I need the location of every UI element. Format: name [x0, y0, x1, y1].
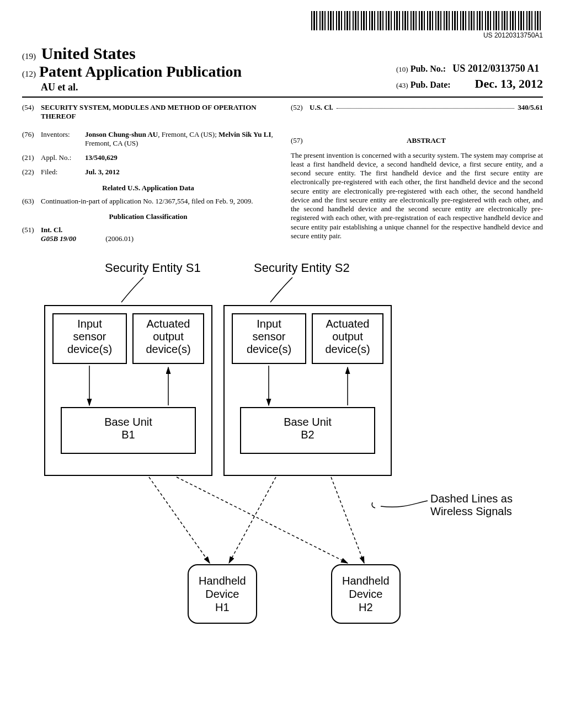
author-line: AU et al. [41, 82, 242, 93]
bib-right-column: (52) U.S. Cl. 340/5.61 (57) ABSTRACT The… [291, 103, 543, 244]
field-63: (63) Continuation-in-part of application… [22, 197, 274, 206]
svg-line-4 [149, 477, 210, 563]
handheld-h2-box: Handheld Device H2 [331, 564, 401, 624]
intcl-code: G05B 19/00 [41, 234, 76, 243]
filed-value: Jul. 3, 2012 [85, 168, 274, 176]
wireless-signals-label: Dashed Lines as Wireless Signals [430, 493, 513, 518]
svg-line-6 [177, 477, 348, 563]
handheld-h1-box: Handheld Device H1 [188, 564, 257, 624]
pub-classification-heading: Publication Classification [22, 212, 274, 221]
document-header: (19) United States (12)Patent Applicatio… [22, 44, 543, 93]
continuation-text: Continuation-in-part of application No. … [41, 197, 274, 206]
s2-base-unit-box: Base Unit B2 [240, 407, 375, 454]
publication-type: Patent Application Publication [39, 63, 242, 80]
field-10-num: (10) [396, 65, 408, 73]
header-divider [22, 97, 543, 98]
abstract-text: The present invention is concerned with … [291, 151, 543, 241]
s1-actuated-output-box: Actuated output device(s) [132, 313, 204, 364]
related-app-heading: Related U.S. Application Data [22, 184, 274, 192]
field-43-num: (43) [396, 81, 408, 89]
bib-left-column: (54) SECURITY SYSTEM, MODULES AND METHOD… [22, 103, 274, 244]
uscl-label: U.S. Cl. [310, 103, 333, 112]
intcl-label: Int. Cl. [41, 226, 274, 234]
pubdate-value: Dec. 13, 2012 [475, 77, 543, 90]
field-54: (54) SECURITY SYSTEM, MODULES AND METHOD… [22, 103, 274, 121]
field-22: (22) Filed: Jul. 3, 2012 [22, 168, 274, 176]
field-12-num: (12) [22, 69, 36, 78]
patent-figure: Security Entity S1 Security Entity S2 In… [22, 261, 543, 647]
entity-s1-label: Security Entity S1 [105, 261, 201, 275]
dotted-leader [337, 103, 515, 109]
country-name: United States [41, 44, 136, 62]
svg-line-8 [247, 479, 270, 515]
barcode-graphic [311, 11, 543, 30]
entity-s2-label: Security Entity S2 [254, 261, 350, 275]
s1-base-unit-box: Base Unit B1 [61, 407, 196, 454]
abstract-heading: ABSTRACT [310, 136, 543, 145]
s2-actuated-output-box: Actuated output device(s) [312, 313, 383, 364]
svg-line-7 [331, 477, 364, 563]
bibliographic-section: (54) SECURITY SYSTEM, MODULES AND METHOD… [22, 103, 543, 244]
field-51: (51) Int. Cl. G05B 19/00 (2006.01) [22, 226, 274, 244]
field-19-num: (19) [22, 52, 36, 61]
pubdate-label: Pub. Date: [411, 80, 451, 89]
field-21: (21) Appl. No.: 13/540,629 [22, 153, 274, 162]
inventors-value: Jonson Chung-shun AU, Fremont, CA (US); … [85, 130, 274, 148]
pubno-value: US 2012/0313750 A1 [452, 63, 539, 74]
uscl-value: 340/5.61 [518, 103, 543, 112]
appl-no-value: 13/540,629 [85, 153, 274, 162]
field-76: (76) Inventors: Jonson Chung-shun AU, Fr… [22, 130, 274, 148]
barcode-number: US 20120313750A1 [311, 31, 543, 39]
svg-line-5 [229, 477, 276, 563]
s2-input-sensor-box: Input sensor device(s) [232, 313, 306, 364]
barcode-region: US 20120313750A1 [311, 11, 543, 39]
pubno-label: Pub. No.: [411, 64, 446, 73]
invention-title: SECURITY SYSTEM, MODULES AND METHOD OF O… [41, 103, 274, 121]
s1-input-sensor-box: Input sensor device(s) [52, 313, 127, 364]
field-57: (57) ABSTRACT [291, 136, 543, 148]
field-52: (52) U.S. Cl. 340/5.61 [291, 103, 543, 112]
intcl-edition: (2006.01) [105, 234, 134, 243]
